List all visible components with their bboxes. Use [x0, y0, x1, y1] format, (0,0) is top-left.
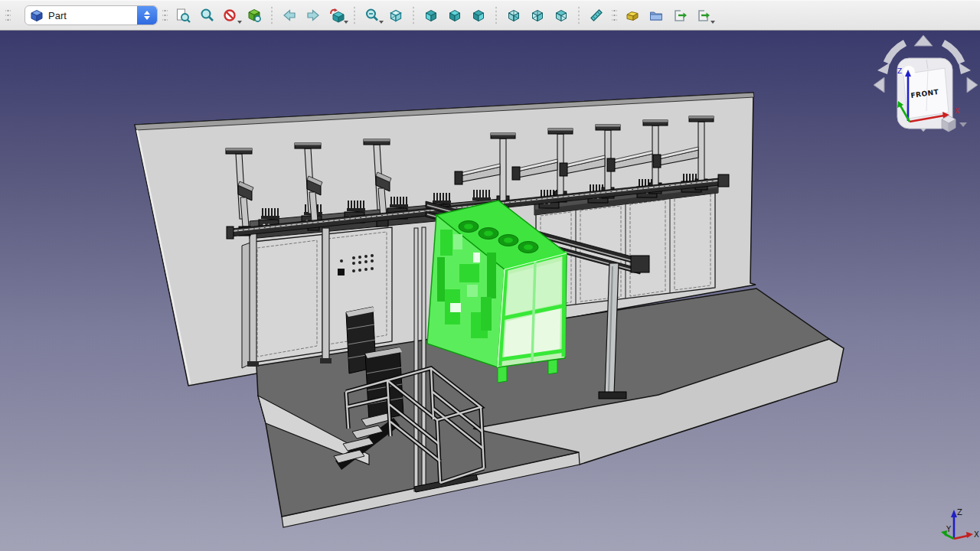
export-button[interactable]: [669, 5, 691, 26]
axonometric-button[interactable]: [385, 5, 407, 26]
draw-style-icon: [223, 8, 238, 23]
nav-axis-z-label: Z: [897, 67, 902, 75]
dropdown-caret: [710, 21, 715, 24]
view-top-button[interactable]: [444, 5, 466, 26]
workbench-selector[interactable]: Part: [24, 5, 158, 25]
workbench-selector-stepper[interactable]: [137, 6, 157, 24]
dropdown-caret: [379, 21, 384, 24]
view-top-icon: [447, 8, 462, 23]
view-left-button[interactable]: [550, 5, 572, 26]
toolbar-separator: [494, 6, 498, 24]
fit-all-button[interactable]: [172, 5, 194, 26]
main-toolbar: Part: [0, 0, 980, 31]
bounding-box-icon: [247, 8, 262, 23]
draw-style-button[interactable]: [220, 5, 241, 26]
view-right-icon: [471, 8, 486, 23]
axis-y-label: Y: [946, 525, 952, 533]
fit-all-icon: [175, 8, 191, 23]
chevron-up-icon: [144, 11, 150, 15]
arrow-right-icon: [305, 8, 321, 23]
view-front-button[interactable]: [420, 5, 442, 26]
workbench-selector-value: Part: [44, 10, 137, 21]
part-tool-button[interactable]: [622, 5, 643, 26]
folder-icon: [648, 8, 664, 23]
viewport-3d[interactable]: FRONT Z X Z X Y: [0, 31, 980, 551]
machine-frame: [498, 253, 567, 367]
bounding-box-button[interactable]: [243, 5, 265, 26]
nav-axis-x-label: X: [955, 107, 959, 115]
axonometric-cube-icon: [388, 8, 403, 23]
home-view-button[interactable]: [326, 5, 348, 26]
export-options-icon: [696, 8, 711, 23]
open-folder-button[interactable]: [645, 5, 667, 26]
magnifier-icon: [199, 8, 214, 23]
axis-z-label: Z: [957, 508, 962, 517]
nav-back-button[interactable]: [279, 5, 300, 26]
workbench-cube-icon: [29, 8, 44, 23]
toolbar-separator: [577, 6, 581, 24]
chevron-down-icon: [144, 16, 150, 20]
part-yellow-icon: [625, 8, 640, 23]
toolbar-grip[interactable]: [5, 7, 11, 24]
view-right-button[interactable]: [468, 5, 489, 26]
measure-button[interactable]: [586, 5, 607, 26]
fit-selection-button[interactable]: [196, 5, 217, 26]
home-view-icon: [329, 8, 345, 23]
dropdown-caret: [344, 21, 348, 24]
view-left-icon: [554, 8, 569, 23]
view-bottom-icon: [530, 8, 545, 23]
view-front-icon: [423, 8, 439, 23]
nav-forward-button[interactable]: [302, 5, 324, 26]
toolbar-grip[interactable]: [612, 7, 617, 24]
view-rear-button[interactable]: [503, 5, 524, 26]
toolbar-separator: [270, 6, 274, 24]
measure-ruler-icon: [589, 8, 604, 23]
toolbar-grip[interactable]: [162, 7, 168, 24]
freecad-window: { "toolbar": { "workbench_selector": { "…: [0, 0, 980, 551]
axis-x-label: X: [974, 530, 979, 539]
view-bottom-button[interactable]: [527, 5, 548, 26]
export-options-button[interactable]: [693, 5, 714, 26]
arrow-left-icon: [282, 8, 297, 23]
view-rear-icon: [506, 8, 521, 23]
toolbar-separator: [352, 6, 357, 24]
toolbar-separator: [411, 6, 416, 24]
dropdown-caret: [237, 21, 242, 24]
zoom-icon: [364, 8, 380, 23]
zoom-tools-button[interactable]: [361, 5, 383, 26]
export-icon: [672, 8, 688, 23]
